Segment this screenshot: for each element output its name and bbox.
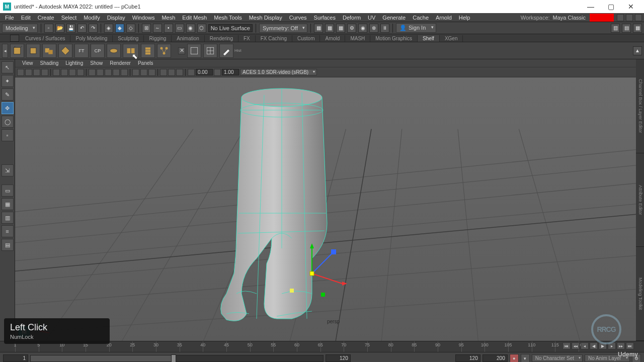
pt-film-gate-icon[interactable] (61, 69, 68, 76)
menu-windows[interactable]: Windows (129, 14, 158, 21)
live-surface-field[interactable]: No Live Surface (208, 24, 253, 32)
shelf-stack-icon[interactable] (141, 44, 155, 58)
range-end-field[interactable]: 120 (326, 354, 351, 362)
save-scene-icon[interactable]: 💾 (66, 24, 75, 33)
panel-menu-renderer[interactable]: Renderer (107, 60, 134, 66)
make-live-icon[interactable]: ⬡ (197, 24, 206, 33)
pt-aa-icon[interactable] (176, 69, 183, 76)
shelf-tab-rigging[interactable]: Rigging (144, 35, 172, 42)
maximize-button[interactable]: ▢ (601, 0, 621, 13)
paint-select-tool-icon[interactable]: ✎ (2, 88, 14, 101)
layout-two-icon[interactable]: ▥ (2, 212, 14, 224)
shelf-poly-cube-icon[interactable] (10, 44, 24, 58)
range-slider[interactable] (30, 355, 324, 362)
pt-light-icon[interactable] (113, 69, 120, 76)
menu-select[interactable]: Select (58, 14, 80, 21)
rotate-tool-icon[interactable]: ◯ (2, 116, 14, 128)
layout-custom-icon[interactable]: ▤ (2, 239, 14, 251)
shelf-tab-custom[interactable]: Custom (292, 35, 320, 42)
pt-textured-icon[interactable] (105, 69, 112, 76)
pt-shadows-icon[interactable] (121, 69, 128, 76)
shelf-poly-cube2-icon[interactable] (26, 44, 40, 58)
right-handle-attribute[interactable]: Attribute Editor (636, 153, 644, 247)
shelf-tab-fx[interactable]: FX (238, 35, 256, 42)
select-by-object-icon[interactable]: ◆ (115, 24, 124, 33)
shelf-multi-cube-icon[interactable] (42, 44, 56, 58)
symmetry-dropdown[interactable]: Symmetry: Off (259, 24, 307, 33)
pt-bookmark-icon[interactable] (25, 69, 32, 76)
render-settings-icon[interactable]: ⚙ (347, 24, 356, 33)
pt-gate-mask-icon[interactable] (77, 69, 84, 76)
pt-2d-icon[interactable] (41, 69, 48, 76)
menu-mesh-display[interactable]: Mesh Display (246, 14, 285, 21)
panel-menu-show[interactable]: Show (87, 60, 106, 66)
pt-colorspace-dropdown[interactable]: ACES 1.0 SDR-video (sRGB) (240, 69, 317, 75)
menu-create[interactable]: Create (35, 14, 57, 21)
menu-surfaces[interactable]: Surfaces (311, 14, 339, 21)
viewport[interactable]: persp M (15, 77, 636, 341)
shelf-tab-fxcaching[interactable]: FX Caching (256, 35, 292, 42)
pt-xray-icon[interactable] (140, 69, 147, 76)
sidebar-toggle-1[interactable]: ▥ (611, 24, 620, 33)
shelf-tab-mash[interactable]: MASH (345, 35, 370, 42)
open-scene-icon[interactable]: 📂 (55, 24, 64, 33)
menu-curves[interactable]: Curves (286, 14, 310, 21)
shelf-grid4-icon[interactable] (203, 44, 217, 58)
menu-generate[interactable]: Generate (379, 14, 409, 21)
sidebar-toggle-3[interactable]: ▦ (633, 24, 642, 33)
shelf-ft-icon[interactable]: FT (74, 44, 89, 58)
pt-gamma-icon[interactable] (214, 69, 221, 76)
pause-icon[interactable]: ⏸ (380, 24, 389, 33)
pt-res-gate-icon[interactable] (69, 69, 76, 76)
construction-history-icon[interactable]: ▦ (314, 24, 323, 33)
layout-btn-2[interactable] (626, 14, 633, 21)
menu-display[interactable]: Display (104, 14, 128, 21)
move-tool-icon[interactable]: ✥ (2, 102, 14, 114)
shelf-node-icon[interactable] (157, 44, 171, 58)
shelf-menu-toggle[interactable] (10, 35, 19, 42)
menu-arnold[interactable]: Arnold (433, 14, 455, 21)
shelf-collapse[interactable]: ◂ (2, 44, 8, 58)
shelf-disk-icon[interactable] (107, 44, 121, 58)
snap-grid-icon[interactable]: ⊞ (142, 24, 151, 33)
menu-cache[interactable]: Cache (410, 14, 432, 21)
menu-edit[interactable]: Edit (18, 14, 34, 21)
shelf-cp-icon[interactable]: CP (91, 44, 105, 58)
lasso-tool-icon[interactable]: ✦ (2, 75, 14, 87)
workspace-value[interactable]: Maya Classic (553, 15, 589, 21)
shelf-tab-curves[interactable]: Curves / Surfaces (20, 35, 70, 42)
sidebar-toggle-2[interactable]: ▤ (622, 24, 631, 33)
signin-dropdown[interactable]: 👤Sign In (396, 23, 436, 33)
select-by-component-icon[interactable]: ◇ (126, 24, 135, 33)
set-key-icon[interactable]: ▾ (521, 354, 530, 363)
menu-edit-mesh[interactable]: Edit Mesh (179, 14, 210, 21)
shelf-duplicate-icon[interactable] (123, 44, 139, 58)
shelf-tab-sculpting[interactable]: Sculpting (113, 35, 144, 42)
shelf-tab-animation[interactable]: Animation (172, 35, 204, 42)
menu-uv[interactable]: UV (365, 14, 378, 21)
shelf-scroll-up[interactable]: ▲ (633, 46, 642, 55)
menu-mesh-tools[interactable]: Mesh Tools (211, 14, 245, 21)
light-icon[interactable]: ◉ (358, 24, 367, 33)
panel-menu-view[interactable]: View (19, 60, 36, 66)
pt-gamma-field[interactable]: 0.00 (196, 69, 213, 75)
range-slider-handle[interactable] (171, 354, 176, 363)
pt-image-plane-icon[interactable] (33, 69, 40, 76)
auto-key-icon[interactable]: ● (510, 354, 519, 363)
pt-xray-joints-icon[interactable] (148, 69, 155, 76)
pt-smooth-icon[interactable] (97, 69, 104, 76)
pt-motion-blur-icon[interactable] (168, 69, 175, 76)
pt-ao-icon[interactable] (160, 69, 167, 76)
close-button[interactable]: ✕ (621, 0, 641, 13)
ipr-render-icon[interactable]: ▦ (336, 24, 345, 33)
panel-menu-panels[interactable]: Panels (135, 60, 156, 66)
right-handle-channelbox[interactable]: Channel Box / Layer Editor (636, 59, 644, 153)
snap-plane-icon[interactable]: ▭ (175, 24, 184, 33)
shelf-tab-shelf[interactable]: Shelf (418, 35, 440, 42)
layout-single-icon[interactable]: ▭ (2, 185, 14, 197)
panel-menu-lighting[interactable]: Lighting (62, 60, 86, 66)
render-frame-icon[interactable]: ▦ (325, 24, 334, 33)
outliner-icon[interactable]: ≡ (2, 225, 14, 237)
shelf-diamond-icon[interactable] (58, 44, 72, 58)
redo-icon[interactable]: ↷ (89, 24, 98, 33)
